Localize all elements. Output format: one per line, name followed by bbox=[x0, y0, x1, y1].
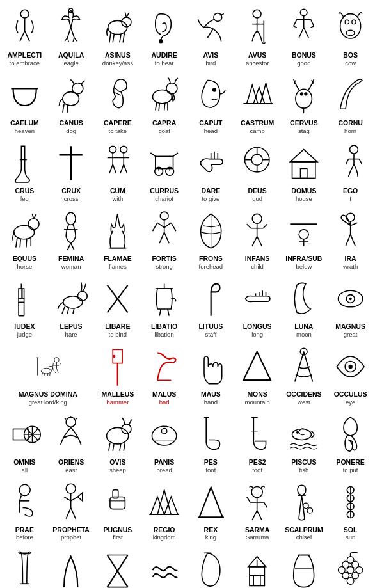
list-item: AUDIRE to hear bbox=[141, 3, 188, 70]
svg-line-172 bbox=[120, 443, 121, 451]
word-label: MAGNUS bbox=[335, 322, 365, 331]
svg-line-10 bbox=[73, 38, 74, 42]
svg-point-59 bbox=[120, 146, 127, 153]
meaning-label: forehead bbox=[199, 263, 223, 270]
word-label: CURRUS bbox=[150, 187, 179, 195]
list-item: OCCULUS eye bbox=[327, 342, 374, 409]
svg-line-147 bbox=[44, 373, 45, 376]
list-item: IRA wrath bbox=[327, 206, 374, 274]
svg-marker-193 bbox=[164, 497, 178, 514]
list-item: FLAMAE flames bbox=[95, 206, 141, 274]
glyph-occidens bbox=[285, 344, 323, 389]
svg-line-3 bbox=[24, 31, 29, 41]
svg-point-50 bbox=[304, 92, 307, 95]
list-item: AQUILA eagle bbox=[48, 3, 95, 70]
glyph-urbs bbox=[238, 548, 276, 588]
list-item: CRUS leg bbox=[1, 138, 48, 206]
svg-rect-120 bbox=[21, 289, 22, 298]
word-label: ORIENS bbox=[58, 458, 84, 466]
word-label: AMPLECTI bbox=[8, 51, 42, 60]
meaning-label: strong bbox=[156, 263, 172, 270]
list-item: DARE to give bbox=[188, 138, 234, 206]
svg-line-14 bbox=[127, 13, 129, 17]
svg-line-99 bbox=[152, 223, 157, 231]
svg-point-203 bbox=[303, 503, 309, 509]
glyph-scalprum bbox=[285, 480, 323, 525]
svg-marker-192 bbox=[150, 497, 164, 514]
glyph-asinus bbox=[99, 5, 137, 50]
meaning-label: eye bbox=[346, 399, 355, 406]
word-label: LUNA bbox=[294, 322, 313, 331]
svg-line-2 bbox=[20, 31, 24, 41]
svg-point-152 bbox=[113, 355, 115, 358]
glyph-magnus bbox=[331, 276, 370, 321]
list-item: MAGNUS DOMINA great lord/king bbox=[1, 342, 95, 409]
svg-line-6 bbox=[71, 28, 74, 38]
glyph-propheta bbox=[52, 480, 90, 525]
glyph-pugnus bbox=[99, 480, 137, 525]
word-label: DEUS bbox=[248, 187, 267, 195]
svg-line-38 bbox=[172, 94, 173, 102]
glyph-canus bbox=[52, 73, 90, 118]
meaning-label: great bbox=[344, 331, 358, 338]
word-label: FLAMAE bbox=[104, 255, 132, 263]
svg-line-34 bbox=[115, 87, 120, 91]
meaning-label: before bbox=[16, 534, 33, 541]
glyph-bonus bbox=[285, 5, 323, 50]
svg-line-5 bbox=[68, 28, 71, 38]
meaning-label: west bbox=[298, 399, 310, 406]
svg-point-168 bbox=[107, 427, 129, 444]
glyph-ovis bbox=[99, 412, 137, 457]
glyph-ego bbox=[331, 141, 370, 186]
list-item: MALLEUS hammer bbox=[95, 342, 141, 409]
meaning-label: wrath bbox=[343, 263, 358, 270]
list-item: OCCIDENS west bbox=[281, 342, 328, 409]
svg-point-97 bbox=[160, 212, 168, 220]
word-label: PUGNUS bbox=[103, 526, 132, 534]
word-label: REGIO bbox=[154, 526, 175, 534]
meaning-label: foot bbox=[252, 466, 262, 473]
svg-point-22 bbox=[253, 10, 262, 18]
svg-rect-217 bbox=[250, 567, 264, 586]
list-item: SCALPRUM chisel bbox=[281, 477, 328, 545]
word-label: CANUS bbox=[59, 119, 83, 127]
word-label: PANIS bbox=[154, 458, 174, 466]
list-item: PISCUS fish bbox=[281, 409, 328, 477]
word-label: PISCUS bbox=[291, 458, 316, 466]
meaning-label: sun bbox=[346, 534, 355, 541]
glyph-cum bbox=[99, 141, 137, 186]
svg-point-27 bbox=[352, 20, 356, 24]
svg-point-49 bbox=[300, 92, 303, 95]
word-label: SCALPRUM bbox=[285, 526, 323, 534]
meaning-label: stag bbox=[298, 127, 310, 134]
word-label: EQUUS bbox=[13, 255, 36, 263]
svg-line-7 bbox=[65, 38, 68, 41]
svg-line-95 bbox=[71, 243, 74, 250]
glyph-panis bbox=[145, 412, 184, 457]
glyph-pes2 bbox=[238, 412, 276, 457]
svg-line-40 bbox=[159, 104, 159, 111]
svg-point-234 bbox=[347, 578, 354, 585]
svg-point-140 bbox=[349, 298, 351, 300]
list-item: OVIS sheep bbox=[95, 409, 141, 477]
list-item: EQUUS horse bbox=[1, 206, 48, 274]
word-label: SOL bbox=[344, 526, 358, 534]
word-label: MALUS bbox=[152, 390, 176, 399]
glyph-mons bbox=[238, 344, 276, 389]
list-item: CAELUM heaven bbox=[1, 70, 48, 138]
glyph-libare bbox=[99, 276, 137, 321]
svg-line-149 bbox=[49, 373, 50, 376]
svg-point-92 bbox=[67, 212, 76, 225]
glyph-sarma bbox=[238, 480, 276, 525]
meaning-label: east bbox=[65, 466, 77, 473]
svg-line-13 bbox=[125, 13, 127, 17]
list-item: IUDEX judge bbox=[1, 274, 48, 342]
svg-line-15 bbox=[109, 33, 111, 43]
svg-line-94 bbox=[68, 243, 71, 250]
glyph-malleus bbox=[99, 344, 137, 389]
svg-line-107 bbox=[253, 236, 257, 246]
svg-point-43 bbox=[212, 88, 216, 91]
meaning-label: to take bbox=[109, 127, 127, 134]
list-item: FRONS forehead bbox=[188, 206, 234, 274]
meaning-label: house bbox=[296, 195, 312, 202]
